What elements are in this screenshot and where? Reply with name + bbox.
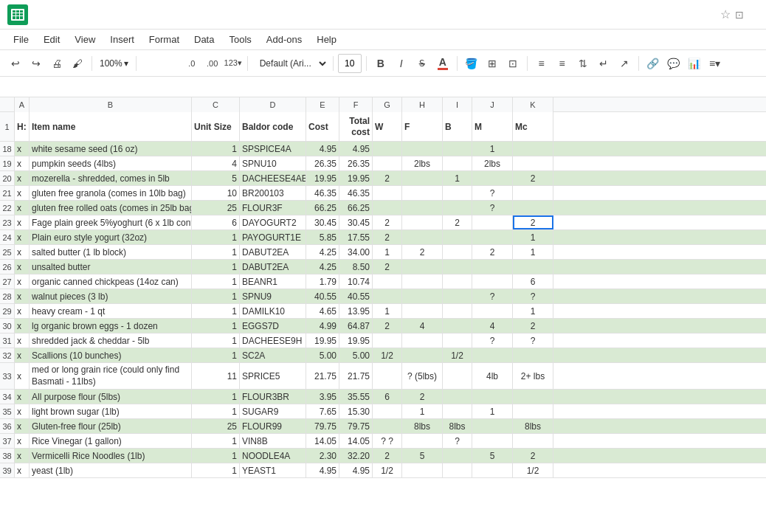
- cell-19-a[interactable]: x: [15, 156, 30, 170]
- cell-30-b[interactable]: lg organic brown eggs - 1 dozen: [30, 319, 192, 333]
- cell-22-d[interactable]: FLOUR3F: [240, 201, 306, 215]
- cell-25-e[interactable]: 4.25: [306, 245, 339, 259]
- cell-37-h[interactable]: [402, 434, 443, 448]
- cell-32-d[interactable]: SC2A: [240, 348, 306, 362]
- align-left[interactable]: ≡: [532, 54, 551, 73]
- print-button[interactable]: 🖨: [47, 54, 66, 73]
- menu-data[interactable]: Data: [188, 32, 220, 46]
- cell-21-b[interactable]: gluten free granola (comes in 10lb bag): [30, 186, 192, 200]
- cell-23-c[interactable]: 6: [192, 215, 240, 229]
- cell-30-h[interactable]: 4: [402, 319, 443, 333]
- fill-color-button[interactable]: 🪣: [462, 54, 481, 73]
- cell-36-h[interactable]: 8lbs: [402, 419, 443, 433]
- cell-33-h[interactable]: ? (5lbs): [402, 363, 443, 389]
- cell-20-i[interactable]: 1: [443, 171, 472, 185]
- cell-38-d[interactable]: NOODLE4A: [240, 449, 306, 463]
- cell-29-d[interactable]: DAMILK10: [240, 304, 306, 318]
- cell-23-g[interactable]: 2: [373, 215, 402, 229]
- link-button[interactable]: 🔗: [643, 54, 663, 73]
- menu-help[interactable]: Help: [311, 32, 342, 46]
- cell-27-b[interactable]: organic canned chickpeas (14oz can): [30, 274, 192, 289]
- cell-30-e[interactable]: 4.99: [306, 319, 339, 333]
- cell-39-j[interactable]: [472, 463, 513, 477]
- cell-37-i[interactable]: ?: [443, 434, 472, 448]
- cell-35-c[interactable]: 1: [192, 404, 240, 418]
- folder-icon[interactable]: ⊡: [735, 9, 744, 21]
- cell-38-g[interactable]: 2: [373, 449, 402, 463]
- cell-18-a[interactable]: x: [15, 142, 30, 156]
- chart-button[interactable]: 📊: [685, 54, 704, 73]
- cell-27-d[interactable]: BEANR1: [240, 274, 306, 289]
- cell-28-g[interactable]: [373, 289, 402, 303]
- cell-27-e[interactable]: 1.79: [306, 274, 339, 289]
- menu-format[interactable]: Format: [143, 32, 185, 46]
- cell-26-i[interactable]: [443, 260, 472, 274]
- cell-35-b[interactable]: light brown sugar (1lb): [30, 404, 192, 418]
- cell-21-a[interactable]: x: [15, 186, 30, 200]
- cell-24-j[interactable]: [472, 230, 513, 244]
- cell-21-d[interactable]: BR200103: [240, 186, 306, 200]
- col-header-j[interactable]: J: [472, 97, 513, 112]
- cell-31-a[interactable]: x: [15, 334, 30, 348]
- cell-1-f[interactable]: Total cost: [339, 112, 373, 141]
- cell-36-g[interactable]: [373, 419, 402, 433]
- cell-20-f[interactable]: 19.95: [339, 171, 373, 185]
- cell-21-j[interactable]: ?: [472, 186, 513, 200]
- cell-39-c[interactable]: 1: [192, 463, 240, 477]
- cell-34-e[interactable]: 3.95: [306, 390, 339, 404]
- cell-32-h[interactable]: [402, 348, 443, 362]
- cell-25-c[interactable]: 1: [192, 245, 240, 259]
- cell-38-j[interactable]: 5: [472, 449, 513, 463]
- cell-27-a[interactable]: x: [15, 274, 30, 289]
- cell-30-c[interactable]: 1: [192, 319, 240, 333]
- cell-20-e[interactable]: 19.95: [306, 171, 339, 185]
- cell-33-j[interactable]: 4lb: [472, 363, 513, 389]
- cell-28-j[interactable]: ?: [472, 289, 513, 303]
- menu-file[interactable]: File: [7, 32, 35, 46]
- cell-39-a[interactable]: x: [15, 463, 30, 477]
- cell-26-c[interactable]: 1: [192, 260, 240, 274]
- cell-23-e[interactable]: 30.45: [306, 215, 339, 229]
- cell-29-a[interactable]: x: [15, 304, 30, 318]
- cell-39-e[interactable]: 4.95: [306, 463, 339, 477]
- col-header-g[interactable]: G: [373, 97, 402, 112]
- cell-19-k[interactable]: [513, 156, 553, 170]
- menu-edit[interactable]: Edit: [38, 32, 66, 46]
- cell-33-k[interactable]: 2+ lbs: [513, 363, 553, 389]
- cell-23-h[interactable]: [402, 215, 443, 229]
- cell-19-c[interactable]: 4: [192, 156, 240, 170]
- cell-29-g[interactable]: 1: [373, 304, 402, 318]
- cell-18-d[interactable]: SPSPICE4A: [240, 142, 306, 156]
- cell-39-i[interactable]: [443, 463, 472, 477]
- col-header-c[interactable]: C: [192, 97, 240, 112]
- vertical-align[interactable]: ⇅: [573, 54, 593, 73]
- cell-31-c[interactable]: 1: [192, 334, 240, 348]
- comment-button[interactable]: 💬: [664, 54, 683, 73]
- cell-18-g[interactable]: [373, 142, 402, 156]
- cell-22-e[interactable]: 66.25: [306, 201, 339, 215]
- cell-1-j[interactable]: M: [472, 112, 513, 141]
- cell-22-k[interactable]: [513, 201, 553, 215]
- cell-35-j[interactable]: 1: [472, 404, 513, 418]
- cell-20-a[interactable]: x: [15, 171, 30, 185]
- cell-37-b[interactable]: Rice Vinegar (1 gallon): [30, 434, 192, 448]
- cell-32-f[interactable]: 5.00: [339, 348, 373, 362]
- cell-38-a[interactable]: x: [15, 449, 30, 463]
- menu-view[interactable]: View: [69, 32, 101, 46]
- cell-29-c[interactable]: 1: [192, 304, 240, 318]
- cell-31-i[interactable]: [443, 334, 472, 348]
- cell-30-d[interactable]: EGGS7D: [240, 319, 306, 333]
- cell-37-e[interactable]: 14.05: [306, 434, 339, 448]
- cell-30-k[interactable]: 2: [513, 319, 553, 333]
- cell-32-c[interactable]: 1: [192, 348, 240, 362]
- cell-32-g[interactable]: 1/2: [373, 348, 402, 362]
- menu-addons[interactable]: Add-ons: [260, 32, 308, 46]
- cell-21-k[interactable]: [513, 186, 553, 200]
- cell-19-g[interactable]: [373, 156, 402, 170]
- filter-button[interactable]: ≡▾: [705, 54, 725, 73]
- bold-button[interactable]: B: [371, 54, 390, 73]
- cell-25-f[interactable]: 34.00: [339, 245, 373, 259]
- cell-38-c[interactable]: 1: [192, 449, 240, 463]
- cell-38-k[interactable]: 2: [513, 449, 553, 463]
- cell-35-f[interactable]: 15.30: [339, 404, 373, 418]
